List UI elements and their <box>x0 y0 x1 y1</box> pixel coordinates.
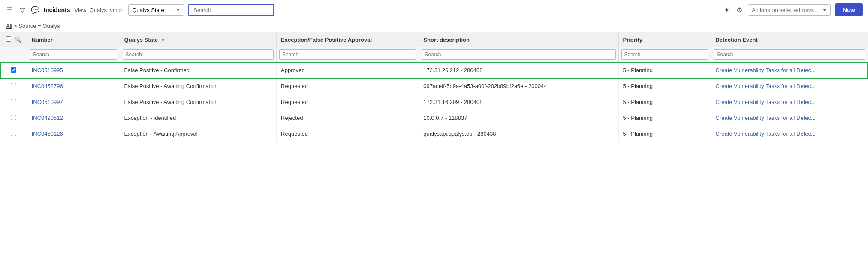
cell-detection: Create Vulnerability Tasks for all Detec… <box>711 126 868 142</box>
toolbar-search-input[interactable] <box>188 4 274 16</box>
search-detection-input[interactable] <box>714 49 865 60</box>
table-row: INC0450126Exception - Awaiting ApprovalR… <box>0 126 868 142</box>
cell-short-desc: 10.0.0.7 - 118837 <box>419 110 618 126</box>
incident-number-link[interactable]: INC0450126 <box>32 131 63 137</box>
row-checkbox[interactable] <box>11 83 16 88</box>
col-header-check[interactable]: 🔍 <box>0 32 27 47</box>
cell-number: INC0510995 <box>27 62 120 79</box>
col-search-number <box>27 47 120 63</box>
toolbar: ☰ ▽ 💬 Incidents View: Qualys_vmdr Qualys… <box>0 0 868 20</box>
cell-priority: 5 - Planning <box>618 94 711 110</box>
incident-number-link[interactable]: INC0510995 <box>32 67 63 73</box>
filter-icon[interactable]: ▽ <box>18 6 27 14</box>
cell-exception: Approved <box>277 62 419 79</box>
cell-priority: 5 - Planning <box>618 62 711 79</box>
detection-link[interactable]: Create Vulnerability Tasks for all Detec… <box>715 83 815 89</box>
cell-check <box>0 110 27 126</box>
new-button[interactable]: New <box>835 3 863 16</box>
cell-exception: Requested <box>277 126 419 142</box>
search-qualys-input[interactable] <box>123 49 274 60</box>
table-row: INC0510997False Positive - Awaiting Conf… <box>0 94 868 110</box>
chat-icon[interactable]: 💬 <box>31 6 39 14</box>
search-number-input[interactable] <box>30 49 117 60</box>
select-all-checkbox[interactable] <box>6 36 11 42</box>
col-header-number: Number <box>27 32 120 47</box>
col-search-priority <box>618 47 711 63</box>
actions-dropdown[interactable]: Actions on selected rows... Assign Close… <box>748 4 831 16</box>
cell-qualys-state: False Positive - Awaiting Confirmation <box>120 94 276 110</box>
table-header-row: 🔍 Number Qualys State ▼ Exception/False … <box>0 32 868 47</box>
cell-detection: Create Vulnerability Tasks for all Detec… <box>711 110 868 126</box>
cell-priority: 5 - Planning <box>618 110 711 126</box>
cell-detection: Create Vulnerability Tasks for all Detec… <box>711 79 868 94</box>
breadcrumb: All > Source = Qualys <box>0 20 868 32</box>
cell-number: INC0490512 <box>27 110 120 126</box>
table-wrapper: 🔍 Number Qualys State ▼ Exception/False … <box>0 32 868 142</box>
breadcrumb-all-link[interactable]: All <box>6 23 12 29</box>
table-body: INC0510995False Positive - ConfirmedAppr… <box>0 62 868 142</box>
col-search-detection <box>711 47 868 63</box>
cell-detection: Create Vulnerability Tasks for all Detec… <box>711 94 868 110</box>
col-header-detection: Detection Event <box>711 32 868 47</box>
sort-arrow-icon: ▼ <box>161 38 165 43</box>
search-priority-input[interactable] <box>621 49 708 60</box>
incident-number-link[interactable]: INC0452796 <box>32 83 63 89</box>
cell-short-desc: qualysapi.qualys.eu - 280438 <box>419 126 618 142</box>
cell-priority: 5 - Planning <box>618 79 711 94</box>
cell-qualys-state: Exception - identified <box>120 110 276 126</box>
detection-link[interactable]: Create Vulnerability Tasks for all Detec… <box>715 67 815 73</box>
menu-icon[interactable]: ☰ <box>5 6 14 14</box>
row-checkbox[interactable] <box>11 115 16 120</box>
cell-short-desc: 097aceff-5d9a-4a53-a00f-202b89bf2a6e - 2… <box>419 79 618 94</box>
incident-number-link[interactable]: INC0490512 <box>32 115 63 121</box>
detection-link[interactable]: Create Vulnerability Tasks for all Detec… <box>715 115 815 121</box>
table-row: INC0510995False Positive - ConfirmedAppr… <box>0 62 868 79</box>
detection-link[interactable]: Create Vulnerability Tasks for all Detec… <box>715 99 815 105</box>
detection-link[interactable]: Create Vulnerability Tasks for all Detec… <box>715 131 815 137</box>
col-search-qualys-state <box>120 47 276 63</box>
row-checkbox[interactable] <box>11 67 16 73</box>
cell-qualys-state: Exception - Awaiting Approval <box>120 126 276 142</box>
col-header-short-desc: Short description <box>419 32 618 47</box>
cell-short-desc: 172.31.26.212 - 280408 <box>419 62 618 79</box>
cell-detection: Create Vulnerability Tasks for all Detec… <box>711 62 868 79</box>
incidents-table: 🔍 Number Qualys State ▼ Exception/False … <box>0 32 868 142</box>
cell-number: INC0450126 <box>27 126 120 142</box>
col-header-exception: Exception/False Positive Approval <box>277 32 419 47</box>
table-row: INC0490512Exception - identifiedRejected… <box>0 110 868 126</box>
cell-check <box>0 126 27 142</box>
table-search-row <box>0 47 868 63</box>
search-short-desc-input[interactable] <box>422 49 615 60</box>
sparkle-icon[interactable]: ✦ <box>722 6 731 14</box>
cell-priority: 5 - Planning <box>618 126 711 142</box>
page-title: Incidents <box>44 6 70 13</box>
cell-exception: Requested <box>277 79 419 94</box>
cell-exception: Rejected <box>277 110 419 126</box>
cell-check <box>0 62 27 79</box>
row-checkbox[interactable] <box>11 99 16 104</box>
col-header-qualys-state[interactable]: Qualys State ▼ <box>120 32 276 47</box>
view-label: View: Qualys_vmdr <box>74 7 122 13</box>
incident-number-link[interactable]: INC0510997 <box>32 99 63 105</box>
search-exception-input[interactable] <box>279 49 416 60</box>
gear-icon[interactable]: ⚙ <box>735 6 744 14</box>
table-row: INC0452796False Positive - Awaiting Conf… <box>0 79 868 94</box>
cell-short-desc: 172.31.16.209 - 280408 <box>419 94 618 110</box>
search-icon[interactable]: 🔍 <box>15 37 21 43</box>
qualys-state-dropdown[interactable]: Qualys State Active Resolved Closed <box>128 4 184 16</box>
cell-number: INC0452796 <box>27 79 120 94</box>
cell-number: INC0510997 <box>27 94 120 110</box>
row-checkbox[interactable] <box>11 131 16 136</box>
col-search-check <box>0 47 27 63</box>
col-header-priority: Priority <box>618 32 711 47</box>
cell-qualys-state: False Positive - Confirmed <box>120 62 276 79</box>
breadcrumb-filter: > Source = Qualys <box>14 23 60 29</box>
cell-check <box>0 79 27 94</box>
cell-qualys-state: False Positive - Awaiting Confirmation <box>120 79 276 94</box>
col-search-exception <box>277 47 419 63</box>
cell-exception: Requested <box>277 94 419 110</box>
cell-check <box>0 94 27 110</box>
col-search-short-desc <box>419 47 618 63</box>
